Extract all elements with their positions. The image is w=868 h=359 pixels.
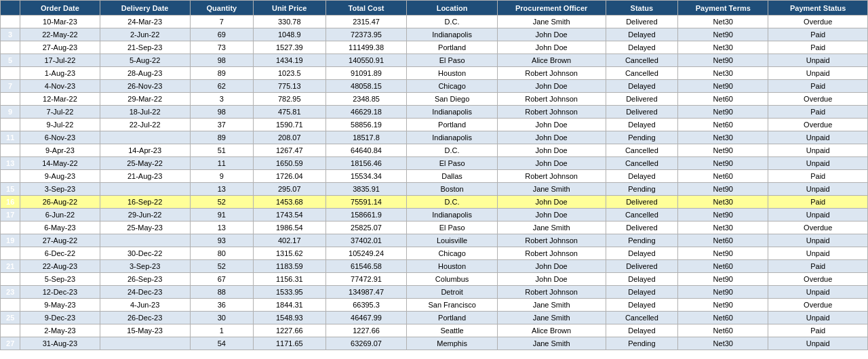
payment-status-cell: Unpaid	[768, 247, 868, 260]
procurement-officer-cell: Robert Johnson	[497, 93, 606, 106]
quantity-cell: 91	[190, 209, 253, 221]
status-cell: Delayed	[606, 247, 678, 260]
row-num-cell: 21	[1, 260, 20, 273]
quantity-cell: 11	[190, 157, 253, 170]
quantity-cell: 69	[190, 28, 253, 41]
order-date-cell: 5-Sep-23	[20, 273, 100, 286]
table-row: 1927-Aug-2293402.1737402.01LouisvilleRob…	[1, 234, 868, 247]
unit-price-cell: 1434.19	[254, 54, 326, 67]
location-cell: Dallas	[407, 170, 497, 183]
procurement-officer-cell: Jane Smith	[497, 221, 606, 234]
status-cell: Delivered	[606, 106, 678, 119]
row-num-cell: 3	[1, 28, 20, 41]
status-cell: Delayed	[606, 80, 678, 93]
procurement-officer-cell: John Doe	[497, 196, 606, 209]
delivery-date-cell: 26-Sep-23	[100, 273, 190, 286]
total-cost-cell: 58856.19	[326, 119, 407, 131]
unit-price-cell: 1315.62	[254, 247, 326, 260]
delivery-date-cell: 25-May-23	[100, 221, 190, 234]
quantity-cell: 7	[190, 16, 253, 28]
order-date-cell: 10-Mar-23	[20, 16, 100, 28]
quantity-cell: 52	[190, 260, 253, 273]
delivery-date-cell	[100, 131, 190, 144]
table-row: 116-Nov-2389208.0718517.8IndianapolisJoh…	[1, 131, 868, 144]
header-unit-price: Unit Price	[254, 1, 326, 16]
row-num-cell: 11	[1, 131, 20, 144]
delivery-date-cell: 25-May-22	[100, 157, 190, 170]
table-row: 206-Dec-2230-Dec-22801315.62105249.24Chi…	[1, 247, 868, 260]
total-cost-cell: 75591.14	[326, 196, 407, 209]
location-cell: D.C.	[407, 196, 497, 209]
location-cell: Indianapolis	[407, 28, 497, 41]
delivery-date-cell	[100, 183, 190, 196]
unit-price-cell: 295.07	[254, 183, 326, 196]
total-cost-cell: 140550.91	[326, 54, 407, 67]
total-cost-cell: 25825.07	[326, 221, 407, 234]
row-num-cell: 13	[1, 157, 20, 170]
payment-terms-cell: Net60	[678, 324, 768, 337]
unit-price-cell: 1227.66	[254, 324, 326, 337]
procurement-officer-cell: Jane Smith	[497, 312, 606, 324]
unit-price-cell: 1023.5	[254, 67, 326, 80]
table-row: 427-Aug-2321-Sep-23731527.39111499.38Por…	[1, 41, 868, 54]
procurement-officer-cell: Alice Brown	[497, 324, 606, 337]
quantity-cell: 98	[190, 54, 253, 67]
procurement-officer-cell: John Doe	[497, 144, 606, 157]
row-num-cell: 14	[1, 170, 20, 183]
status-cell: Pending	[606, 234, 678, 247]
location-cell: El Paso	[407, 157, 497, 170]
status-cell: Cancelled	[606, 67, 678, 80]
status-cell: Delayed	[606, 41, 678, 54]
payment-terms-cell: Net60	[678, 170, 768, 183]
table-row: 2312-Dec-2324-Dec-23881533.95134987.47De…	[1, 286, 868, 299]
status-cell: Delivered	[606, 260, 678, 273]
payment-terms-cell: Net60	[678, 260, 768, 273]
order-date-cell: 1-Aug-23	[20, 67, 100, 80]
table-row: 2122-Aug-233-Sep-23521183.5961546.58Hous…	[1, 260, 868, 273]
procurement-officer-cell: John Doe	[497, 119, 606, 131]
total-cost-cell: 3835.91	[326, 183, 407, 196]
table-row: 262-May-2315-May-2311227.661227.66Seattl…	[1, 324, 868, 337]
payment-status-cell: Overdue	[768, 16, 868, 28]
payment-terms-cell: Net30	[678, 337, 768, 350]
row-num-cell: 27	[1, 337, 20, 350]
payment-terms-cell: Net60	[678, 234, 768, 247]
payment-status-cell: Overdue	[768, 299, 868, 312]
location-cell: Chicago	[407, 80, 497, 93]
quantity-cell: 62	[190, 80, 253, 93]
row-num-cell: 12	[1, 144, 20, 157]
payment-status-cell: Paid	[768, 41, 868, 54]
total-cost-cell: 105249.24	[326, 247, 407, 260]
unit-price-cell: 1183.59	[254, 260, 326, 273]
unit-price-cell: 1533.95	[254, 286, 326, 299]
table-row: 149-Aug-2321-Aug-2391726.0415534.34Dalla…	[1, 170, 868, 183]
procurement-officer-cell: Robert Johnson	[497, 234, 606, 247]
data-table: Order Date Delivery Date Quantity Unit P…	[0, 0, 868, 350]
payment-terms-cell: Net60	[678, 93, 768, 106]
header-total-cost: Total Cost	[326, 1, 407, 16]
payment-terms-cell: Net90	[678, 273, 768, 286]
order-date-cell: 22-Aug-23	[20, 260, 100, 273]
order-date-cell: 12-Dec-23	[20, 286, 100, 299]
delivery-date-cell: 2-Jun-22	[100, 28, 190, 41]
unit-price-cell: 1527.39	[254, 41, 326, 54]
unit-price-cell: 1048.9	[254, 28, 326, 41]
procurement-officer-cell: Jane Smith	[497, 337, 606, 350]
header-location: Location	[407, 1, 497, 16]
procurement-officer-cell: Jane Smith	[497, 183, 606, 196]
payment-status-cell: Unpaid	[768, 209, 868, 221]
table-row: 812-Mar-2229-Mar-223782.952348.85San Die…	[1, 93, 868, 106]
location-cell: D.C.	[407, 144, 497, 157]
header-order-date: Order Date	[20, 1, 100, 16]
procurement-officer-cell: John Doe	[497, 209, 606, 221]
status-cell: Delivered	[606, 196, 678, 209]
procurement-officer-cell: Robert Johnson	[497, 170, 606, 183]
status-cell: Delivered	[606, 16, 678, 28]
status-cell: Cancelled	[606, 144, 678, 157]
quantity-cell: 13	[190, 221, 253, 234]
order-date-cell: 22-May-22	[20, 28, 100, 41]
location-cell: El Paso	[407, 54, 497, 67]
delivery-date-cell: 3-Sep-23	[100, 260, 190, 273]
total-cost-cell: 48058.15	[326, 80, 407, 93]
status-cell: Delayed	[606, 324, 678, 337]
